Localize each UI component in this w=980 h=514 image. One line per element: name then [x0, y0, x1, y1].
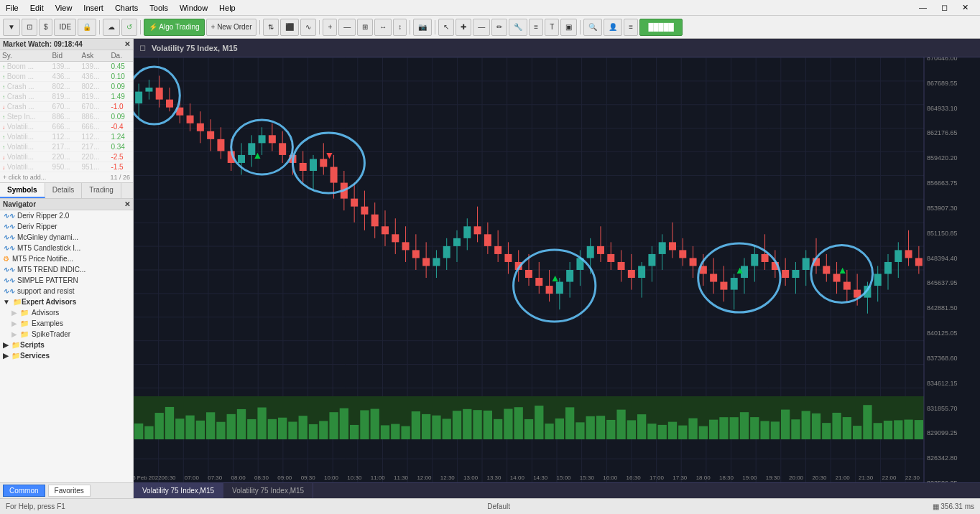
market-watch-row[interactable]: ↑ Volatili... 112... 112... 1.24	[0, 132, 133, 142]
toolbar: ▼ ⊡ $ IDE 🔒 ☁ ↺ ⚡ Algo Trading + New Ord…	[0, 16, 980, 39]
mw-bid: 139...	[50, 62, 80, 72]
direction-arrow: ↑	[2, 84, 5, 90]
nav-support-resist[interactable]: ∿∿ support and resist	[0, 286, 133, 296]
toolbar-auto-scroll[interactable]: ↕	[393, 19, 407, 36]
mw-symbol: ↑ Boom ...	[0, 72, 50, 82]
toolbar-shapes[interactable]: ▣	[560, 19, 577, 36]
nav-spiketrader[interactable]: ▶ 📁 SpikeTrader	[0, 329, 133, 340]
toolbar-sep2	[140, 20, 141, 34]
nav-advisors[interactable]: ▶ 📁 Advisors	[0, 307, 133, 318]
menu-tools[interactable]: Tools	[144, 2, 174, 14]
add-symbol[interactable]: + click to add...	[3, 174, 46, 181]
mw-bid: 670...	[50, 102, 80, 112]
toolbar-grid[interactable]: ⊞	[357, 19, 373, 36]
toolbar-account[interactable]: $	[39, 19, 53, 36]
nav-expert-advisors[interactable]: ▼ 📁 Expert Advisors	[0, 296, 133, 307]
subfolder-icon2: 📁	[20, 319, 29, 327]
toolbar-account-info[interactable]: █████	[639, 19, 683, 36]
toolbar-profile[interactable]: 👤	[604, 19, 622, 36]
menu-charts[interactable]: Charts	[109, 2, 144, 14]
toolbar-candles[interactable]: ⬛	[280, 19, 299, 36]
indicator-icon3: ∿∿	[3, 233, 14, 241]
nav-mt5-price[interactable]: ⚙ MT5 Price Notifie...	[0, 253, 133, 264]
toolbar-crosshair[interactable]: ⇅	[263, 19, 279, 36]
toolbar-line[interactable]: ∿	[300, 19, 316, 36]
chart-canvas[interactable]	[134, 57, 980, 482]
market-watch-row[interactable]: ↑ Step In... 886... 886... 0.09	[0, 112, 133, 122]
tab-symbols[interactable]: Symbols	[0, 183, 45, 198]
toolbar-zoom-out[interactable]: —	[338, 19, 356, 36]
symbol-count: 11 / 26	[110, 174, 130, 181]
nav-mt5-trend[interactable]: ∿∿ MT5 TREND INDIC...	[0, 264, 133, 275]
nav-mt5-candlestick[interactable]: ∿∿ MT5 Candlestick I...	[0, 243, 133, 253]
menu-insert[interactable]: Insert	[78, 2, 109, 14]
toolbar-zoom-in[interactable]: +	[323, 19, 337, 36]
menu-view[interactable]: View	[50, 2, 78, 14]
toolbar-cloud[interactable]: ☁	[103, 19, 120, 36]
toolbar-crosshair2[interactable]: ✚	[456, 19, 471, 36]
nav-simple-pattern[interactable]: ∿∿ SIMPLE PATTERN	[0, 275, 133, 286]
mw-change: 1.24	[108, 132, 133, 142]
tab-details[interactable]: Details	[45, 183, 83, 198]
group-expand-icon: ▼	[3, 298, 10, 306]
market-watch-table: Sy. Bid Ask Da. ↑ Boom ... 139... 139...…	[0, 50, 133, 172]
market-watch-row[interactable]: ↑ Volatili... 217... 217... 0.34	[0, 142, 133, 152]
market-watch-row[interactable]: ↑ Crash ... 802... 802... 0.09	[0, 82, 133, 92]
toolbar-lock[interactable]: 🔒	[78, 19, 96, 36]
main-chart-canvas[interactable]	[134, 57, 980, 482]
toolbar-new-order[interactable]: + New Order	[206, 19, 257, 36]
menu-help[interactable]: Help	[213, 2, 241, 14]
indicator-icon2: ∿∿	[3, 223, 14, 230]
market-watch-row[interactable]: ↑ Boom ... 139... 139... 0.45	[0, 62, 133, 72]
tab-common[interactable]: Common	[3, 485, 45, 497]
navigator-close[interactable]: ✕	[124, 200, 130, 208]
nav-scripts[interactable]: ▶ 📁 Scripts	[0, 340, 133, 350]
win-close[interactable]: ✕	[956, 1, 974, 14]
toolbar-fib[interactable]: 🔧	[509, 19, 527, 36]
toolbar-cursor[interactable]: ↖	[438, 19, 454, 36]
mw-ask: 886...	[80, 112, 109, 122]
win-restore[interactable]: ◻	[935, 1, 953, 14]
market-watch-row[interactable]: ↓ Volatili... 220... 220... -2.5	[0, 152, 133, 162]
nav-deriv-ripper2[interactable]: ∿∿ Deriv Ripper 2.0	[0, 210, 133, 221]
mw-symbol: ↑ Boom ...	[0, 62, 50, 72]
menu-window[interactable]: Window	[174, 2, 213, 14]
nav-services[interactable]: ▶ 📁 Services	[0, 350, 133, 361]
toolbar-channel[interactable]: ≡	[529, 19, 543, 36]
market-watch-close[interactable]: ✕	[124, 40, 130, 48]
tab-favorites[interactable]: Favorites	[48, 485, 91, 497]
market-watch-row[interactable]: ↓ Volatili... 666... 666... -0.4	[0, 122, 133, 132]
toolbar-chart-type[interactable]: ⊡	[22, 19, 37, 36]
toolbar-signals[interactable]: ≡	[624, 19, 638, 36]
nav-examples[interactable]: ▶ 📁 Examples	[0, 318, 133, 329]
mw-symbol: ↓ Volatili...	[0, 152, 50, 162]
tab-trading[interactable]: Trading	[82, 183, 121, 198]
toolbar-refresh[interactable]: ↺	[121, 19, 137, 36]
toolbar-algo-trading[interactable]: ⚡ Algo Trading	[144, 19, 204, 36]
toolbar-sep4	[319, 20, 320, 34]
chart-tab-1[interactable]: Volatility 75 Index,M15	[134, 483, 223, 498]
indicator-icon: ∿∿	[3, 212, 14, 220]
market-watch-row[interactable]: ↑ Crash ... 819... 819... 1.49	[0, 92, 133, 102]
menu-file[interactable]: File	[0, 2, 24, 14]
menu-edit[interactable]: Edit	[24, 2, 50, 14]
services-expand-icon: ▶	[3, 352, 9, 360]
toolbar-period-sep[interactable]: ↔	[374, 19, 392, 36]
chart-title: Volatility 75 Index, M15	[152, 44, 238, 52]
nav-deriv-ripper[interactable]: ∿∿ Deriv Ripper	[0, 221, 133, 232]
direction-arrow: ↑	[2, 64, 5, 70]
market-watch-row[interactable]: ↓ Crash ... 670... 670... -1.0	[0, 102, 133, 112]
chart-tab-2[interactable]: Volatility 75 Index,M15	[223, 483, 313, 498]
toolbar-hline[interactable]: —	[473, 19, 490, 36]
nav-mcginley[interactable]: ∿∿ McGinley dynami...	[0, 232, 133, 243]
market-watch-row[interactable]: ↓ Volatili... 950... 951... -1.5	[0, 162, 133, 172]
toolbar-search[interactable]: 🔍	[583, 19, 602, 36]
mw-bid: 886...	[50, 112, 80, 122]
toolbar-trendline[interactable]: ✏	[491, 19, 507, 36]
market-watch-row[interactable]: ↑ Boom ... 436... 436... 0.10	[0, 72, 133, 82]
toolbar-ide[interactable]: IDE	[54, 19, 76, 36]
win-minimize[interactable]: —	[913, 1, 933, 14]
toolbar-screenshot[interactable]: 📷	[413, 19, 432, 36]
toolbar-symbol-select[interactable]: ▼	[3, 19, 20, 36]
toolbar-text[interactable]: T	[545, 19, 559, 36]
